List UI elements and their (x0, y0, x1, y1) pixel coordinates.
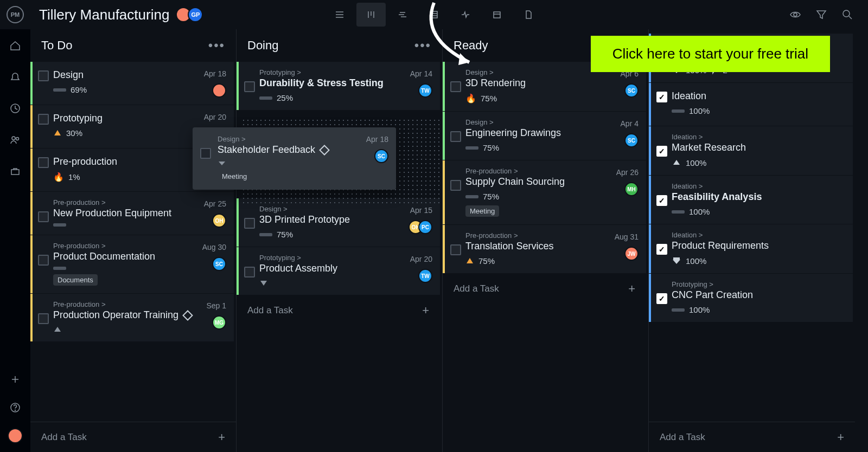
task-checkbox[interactable] (38, 313, 49, 324)
task-date: Apr 18 (366, 135, 388, 144)
task-card[interactable]: Pre-production > Production Operator Tra… (30, 294, 234, 342)
progress-percent: 100% (686, 158, 706, 167)
task-checkbox[interactable]: ✓ (656, 146, 667, 157)
task-checkbox[interactable] (38, 211, 49, 222)
task-checkbox[interactable]: ✓ (656, 92, 667, 102)
task-card[interactable]: Design 69% Apr 18 (30, 62, 234, 105)
plus-icon: + (422, 304, 429, 318)
app-logo[interactable]: PM (7, 6, 24, 23)
task-tag: Meeting (218, 171, 251, 182)
add-task-button[interactable]: Add a Task+ (443, 274, 646, 304)
add-task-button[interactable]: Add a Task+ (30, 422, 236, 452)
card-stripe (443, 225, 445, 273)
task-card[interactable]: Pre-production > Translation Services 75… (443, 225, 646, 274)
portfolio-icon[interactable] (8, 164, 23, 179)
view-list-icon[interactable] (325, 3, 354, 27)
task-card[interactable]: Pre-production > Product Documentation D… (30, 235, 234, 294)
task-title: Feasibility Analysis (672, 191, 845, 203)
task-checkbox[interactable] (450, 81, 461, 92)
task-checkbox[interactable] (38, 114, 49, 125)
task-checkbox[interactable] (450, 244, 461, 255)
card-stripe (30, 235, 33, 293)
add-icon[interactable] (8, 372, 23, 387)
task-category: Design > (259, 205, 432, 213)
progress-bar (259, 233, 272, 236)
card-stripe (30, 192, 33, 235)
task-title: Ideation (672, 91, 845, 102)
task-checkbox[interactable] (450, 180, 461, 191)
task-date: Aug 31 (615, 233, 639, 241)
recent-icon[interactable] (8, 101, 23, 116)
notifications-icon[interactable] (8, 69, 23, 85)
progress-bar (465, 146, 478, 150)
svg-marker-27 (260, 281, 267, 286)
card-stripe (237, 198, 239, 247)
task-checkbox[interactable]: ✓ (656, 293, 667, 304)
svg-marker-32 (673, 160, 680, 165)
progress-percent: 75% (483, 143, 499, 152)
task-checkbox[interactable] (244, 267, 255, 277)
search-icon[interactable] (840, 7, 855, 22)
add-task-button[interactable]: Add a Task+ (649, 422, 855, 452)
assignee-avatar: SC (624, 133, 639, 147)
task-card[interactable]: Prototyping > Durability & Stress Testin… (237, 62, 440, 111)
task-card[interactable]: ✓ Prototyping > CNC Part Creation 100% (649, 274, 853, 322)
card-stripe (443, 112, 445, 160)
task-card[interactable]: Pre-production > New Production Equipmen… (30, 192, 234, 235)
milestone-icon (182, 310, 193, 321)
column-menu-icon[interactable]: ••• (208, 38, 225, 53)
arrow-annotation (418, 0, 505, 76)
task-checkbox[interactable] (200, 148, 211, 159)
team-icon[interactable] (8, 132, 23, 147)
card-stripe (649, 126, 651, 175)
task-category: Pre-production > (465, 231, 639, 240)
task-assignees: SC (629, 83, 639, 98)
task-card[interactable]: Pre-production > Supply Chain Sourcing 7… (443, 160, 646, 225)
board-column: Ready ••• Design > 3D Rendering 🔥75% Apr… (443, 29, 649, 452)
add-task-button[interactable]: Add a Task+ (237, 295, 440, 326)
task-date: Apr 26 (616, 168, 639, 177)
task-card[interactable]: Design > Engineering Drawings 75% Apr 4 … (443, 112, 646, 160)
task-category: Prototyping > (259, 68, 432, 76)
project-members[interactable]: GP (179, 7, 203, 22)
view-files-icon[interactable] (514, 3, 543, 27)
task-card[interactable]: ✓ Ideation > Product Requirements 100% (649, 224, 853, 274)
assignee-avatar: SC (374, 149, 388, 163)
task-checkbox[interactable]: ✓ (656, 195, 667, 206)
task-card[interactable]: ✓ Ideation 100% (649, 83, 853, 126)
task-checkbox[interactable]: ✓ (656, 244, 667, 255)
home-icon[interactable] (8, 38, 23, 53)
card-stripe (237, 247, 239, 295)
view-gantt-icon[interactable] (388, 3, 417, 27)
view-board-icon[interactable] (356, 3, 386, 27)
filter-icon[interactable] (814, 7, 829, 22)
task-checkbox[interactable] (38, 70, 49, 81)
task-tag: Documents (53, 274, 98, 286)
task-checkbox[interactable] (244, 81, 255, 92)
progress-percent: 100% (689, 305, 710, 314)
task-assignees (216, 83, 226, 98)
free-trial-cta[interactable]: Click here to start your free trial (591, 36, 830, 72)
task-checkbox[interactable] (450, 131, 461, 142)
progress-percent: 30% (66, 128, 82, 138)
dragging-card[interactable]: Design > Stakeholder Feedback Meeting Ap… (193, 127, 396, 190)
task-checkbox[interactable] (38, 157, 49, 168)
task-card[interactable]: Prototyping > Product Assembly Apr 20 TW (237, 247, 440, 295)
user-avatar[interactable] (8, 428, 23, 443)
task-checkbox[interactable] (244, 218, 255, 229)
help-icon[interactable] (8, 400, 23, 415)
task-category: Prototyping > (672, 280, 845, 288)
visibility-icon[interactable] (788, 7, 803, 22)
task-card[interactable]: ✓ Ideation > Market Research 100% (649, 126, 853, 176)
svg-marker-25 (54, 130, 61, 135)
progress-percent: 100% (689, 207, 710, 216)
task-card[interactable]: ✓ Ideation > Feasibility Analysis 100% (649, 176, 853, 224)
member-avatar[interactable]: GP (188, 7, 203, 22)
column-title: To Do (41, 38, 72, 53)
svg-marker-35 (219, 162, 225, 165)
task-category: Pre-production > (465, 167, 639, 175)
progress-bar (672, 308, 685, 312)
card-stripe (30, 105, 33, 148)
task-checkbox[interactable] (38, 255, 49, 266)
assignee-avatar (212, 83, 226, 98)
